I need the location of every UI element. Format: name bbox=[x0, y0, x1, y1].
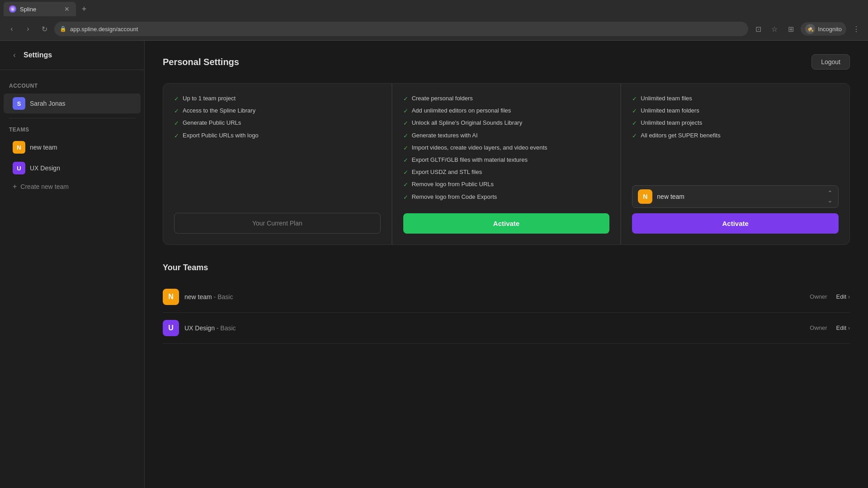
new-team-label: new team bbox=[30, 144, 57, 151]
tab-favicon: S bbox=[9, 5, 16, 13]
ux-design-row-info: UX Design - Basic bbox=[184, 324, 804, 332]
browser-tab[interactable]: S Spline ✕ bbox=[4, 2, 76, 16]
user-avatar: S bbox=[13, 97, 25, 110]
new-team-edit-button[interactable]: Edit › bbox=[836, 293, 850, 300]
tab-title: Spline bbox=[20, 6, 60, 13]
plan-features-pro: ✓ Create personal folders ✓ Add unlimite… bbox=[403, 94, 610, 202]
url-text: app.spline.design/account bbox=[70, 26, 138, 33]
teams-section-label: Teams bbox=[0, 123, 144, 136]
sidebar-item-ux-design[interactable]: U UX Design bbox=[4, 158, 141, 178]
check-icon: ✓ bbox=[403, 169, 408, 177]
address-bar[interactable]: 🔒 app.spline.design/account bbox=[54, 22, 748, 36]
account-section-label: Account bbox=[0, 79, 144, 93]
check-icon: ✓ bbox=[632, 132, 637, 140]
create-team-plus-icon: + bbox=[13, 183, 17, 191]
reload-button[interactable]: ↻ bbox=[38, 23, 51, 35]
new-team-row-avatar: N bbox=[163, 289, 179, 305]
ux-design-edit-button[interactable]: Edit › bbox=[836, 324, 850, 331]
nav-actions: ⊡ ☆ ⊞ 🕵 Incognito ⋮ bbox=[752, 22, 863, 36]
plan-feature-item: ✓ Generate Public URLs bbox=[174, 119, 381, 127]
svg-text:S: S bbox=[11, 7, 14, 11]
team-row: U UX Design - Basic Owner Edit › bbox=[163, 313, 850, 344]
plan-feature-item: ✓ Unlimited team files bbox=[632, 94, 839, 103]
edit-label: Edit bbox=[836, 324, 846, 331]
plan-feature-item: ✓ Export Public URLs with logo bbox=[174, 131, 381, 140]
ux-design-avatar: U bbox=[13, 162, 25, 174]
ux-design-row-avatar: U bbox=[163, 320, 179, 336]
ux-design-row-role: Owner bbox=[810, 324, 827, 331]
plan-feature-item: ✓ Unlimited team folders bbox=[632, 107, 839, 115]
plan-feature-item: ✓ Remove logo from Code Exports bbox=[403, 193, 610, 202]
plan-card-free: ✓ Up to 1 team project ✓ Access to the S… bbox=[163, 83, 392, 245]
plan-feature-item: ✓ Access to the Spline Library bbox=[174, 107, 381, 115]
plan-card-pro: ✓ Create personal folders ✓ Add unlimite… bbox=[392, 83, 621, 245]
browser-chrome: S Spline ✕ + ‹ › ↻ 🔒 app.spline.design/a… bbox=[0, 0, 868, 41]
check-icon: ✓ bbox=[403, 107, 408, 115]
ux-design-row-plan: - Basic bbox=[217, 324, 236, 332]
logout-button[interactable]: Logout bbox=[811, 54, 850, 70]
tab-close-button[interactable]: ✕ bbox=[63, 5, 71, 13]
incognito-button[interactable]: 🕵 Incognito bbox=[801, 22, 846, 36]
ux-design-row-name: UX Design bbox=[184, 324, 215, 332]
app-layout: ‹ Settings Account S Sarah Jonas Teams N… bbox=[0, 41, 868, 488]
team-selector[interactable]: N new team ⌃⌄ bbox=[632, 185, 839, 208]
chevron-right-icon: › bbox=[848, 294, 850, 300]
sidebar-back-button[interactable]: ‹ bbox=[9, 50, 20, 61]
security-lock-icon: 🔒 bbox=[60, 26, 66, 32]
sidebar-item-new-team[interactable]: N new team bbox=[4, 137, 141, 157]
new-tab-button[interactable]: + bbox=[78, 3, 90, 15]
forward-button[interactable]: › bbox=[22, 23, 34, 35]
check-icon: ✓ bbox=[632, 119, 637, 127]
your-teams-section: Your Teams N new team - Basic Owner Edit… bbox=[163, 263, 850, 344]
check-icon: ✓ bbox=[403, 95, 408, 103]
check-icon: ✓ bbox=[632, 107, 637, 115]
plan-features-team: ✓ Unlimited team files ✓ Unlimited team … bbox=[632, 94, 839, 174]
plan-feature-item: ✓ Remove logo from Public URLs bbox=[403, 180, 610, 189]
bookmark-button[interactable]: ☆ bbox=[768, 23, 781, 35]
check-icon: ✓ bbox=[174, 119, 179, 127]
ux-design-label: UX Design bbox=[30, 164, 60, 172]
profile-button[interactable]: ⊞ bbox=[784, 23, 797, 35]
ux-design-row-actions: Owner Edit › bbox=[810, 324, 850, 331]
plan-feature-item: ✓ Create personal folders bbox=[403, 94, 610, 103]
plan-feature-item: ✓ Up to 1 team project bbox=[174, 94, 381, 103]
main-content: Personal Settings Logout ✓ Up to 1 team … bbox=[145, 41, 868, 488]
new-team-avatar: N bbox=[13, 141, 25, 154]
edit-label: Edit bbox=[836, 293, 846, 300]
check-icon: ✓ bbox=[174, 107, 179, 115]
plan-feature-item: ✓ Unlock all Spline's Original Sounds Li… bbox=[403, 119, 610, 127]
plan-action-area-team: N new team ⌃⌄ Activate bbox=[632, 185, 839, 234]
create-new-team-button[interactable]: + Create new team bbox=[4, 179, 141, 194]
back-button[interactable]: ‹ bbox=[5, 23, 18, 35]
menu-button[interactable]: ⋮ bbox=[850, 23, 863, 35]
incognito-label: Incognito bbox=[818, 26, 842, 33]
sidebar: ‹ Settings Account S Sarah Jonas Teams N… bbox=[0, 41, 145, 488]
team-selector-name: new team bbox=[657, 193, 823, 200]
main-header: Personal Settings Logout bbox=[163, 54, 850, 70]
cast-button[interactable]: ⊡ bbox=[752, 23, 764, 35]
check-icon: ✓ bbox=[403, 181, 408, 189]
current-plan-button: Your Current Plan bbox=[174, 213, 381, 234]
plan-feature-item: ✓ Export GLTF/GLB files with material te… bbox=[403, 156, 610, 164]
plan-features-free: ✓ Up to 1 team project ✓ Access to the S… bbox=[174, 94, 381, 201]
check-icon: ✓ bbox=[403, 156, 408, 164]
user-name-label: Sarah Jonas bbox=[30, 100, 66, 107]
plan-feature-item: ✓ Unlimited team projects bbox=[632, 119, 839, 127]
create-team-label: Create new team bbox=[20, 183, 69, 190]
activate-team-button[interactable]: Activate bbox=[632, 213, 839, 234]
chevron-down-icon: ⌃⌄ bbox=[827, 189, 833, 204]
tab-bar: S Spline ✕ + bbox=[0, 0, 868, 18]
plan-action-area-free: Your Current Plan bbox=[174, 213, 381, 234]
check-icon: ✓ bbox=[403, 132, 408, 140]
chevron-right-icon: › bbox=[848, 325, 850, 331]
page-title: Personal Settings bbox=[163, 57, 239, 67]
activate-pro-button[interactable]: Activate bbox=[403, 213, 610, 234]
new-team-row-info: new team - Basic bbox=[184, 293, 804, 300]
check-icon: ✓ bbox=[632, 95, 637, 103]
plan-action-area-pro: Activate bbox=[403, 213, 610, 234]
sidebar-item-user[interactable]: S Sarah Jonas bbox=[4, 94, 141, 113]
new-team-row-name: new team bbox=[184, 293, 212, 300]
check-icon: ✓ bbox=[174, 132, 179, 140]
new-team-row-actions: Owner Edit › bbox=[810, 293, 850, 300]
plan-feature-item: ✓ All editors get SUPER benefits bbox=[632, 131, 839, 140]
